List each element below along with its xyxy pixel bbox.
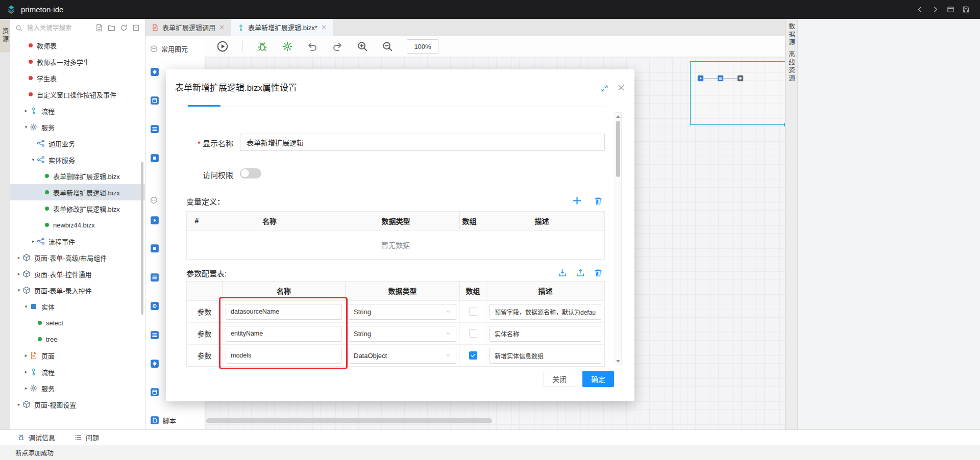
- export-params-icon[interactable]: [576, 268, 585, 277]
- param-desc-input[interactable]: [489, 326, 601, 342]
- tab-form-add-ext-logic[interactable]: 表单新增扩展逻辑.bizx*: [231, 19, 333, 36]
- chevron-right-icon[interactable]: ▸: [15, 255, 22, 260]
- dialog-scrollbar[interactable]: [615, 112, 622, 365]
- param-type-select[interactable]: String: [349, 304, 456, 320]
- tree-item-page-form-common[interactable]: ▸页面-表单-控件通用: [10, 266, 145, 282]
- tree-item-services-2[interactable]: ▸服务: [10, 380, 145, 396]
- param-desc-input[interactable]: [489, 304, 601, 320]
- tree-item-select[interactable]: select: [10, 315, 145, 331]
- refresh-icon[interactable]: [120, 24, 128, 32]
- tab-datasource[interactable]: 数据源: [786, 23, 797, 47]
- settings-run-icon[interactable]: [282, 41, 293, 52]
- tree-item-teacher-table[interactable]: 教师表: [10, 37, 145, 54]
- chevron-right-icon[interactable]: ▸: [30, 239, 37, 244]
- run-debug-icon[interactable]: [216, 40, 229, 53]
- tab-problems[interactable]: 问题: [75, 432, 99, 442]
- add-variable-icon[interactable]: [572, 196, 582, 206]
- chevron-down-icon[interactable]: ▾: [15, 288, 22, 293]
- import-params-icon[interactable]: [558, 268, 567, 277]
- delete-variable-icon[interactable]: [594, 196, 603, 206]
- close-button[interactable]: 关闭: [544, 371, 575, 387]
- close-icon[interactable]: [617, 84, 625, 92]
- confirm-button[interactable]: 确定: [582, 371, 614, 387]
- collapse-section-icon[interactable]: [150, 196, 158, 204]
- chevron-right-icon[interactable]: ▸: [22, 353, 30, 358]
- chevron-down-icon[interactable]: ▾: [30, 157, 37, 162]
- scroll-down-arrow[interactable]: [615, 358, 621, 364]
- tree-item-page-form-input[interactable]: ▾页面-表单-录入控件: [10, 282, 145, 298]
- tree-item-tree[interactable]: tree: [10, 331, 145, 347]
- param-name-input[interactable]: [226, 304, 342, 320]
- param-type-select[interactable]: DataObject: [349, 348, 456, 364]
- delete-param-icon[interactable]: [594, 268, 603, 277]
- param-desc-input[interactable]: [489, 348, 601, 364]
- tree-item-custom-window[interactable]: 自定义窗口操作按钮及事件: [10, 86, 145, 103]
- flow-end-node[interactable]: [737, 75, 744, 82]
- canvas-toolbar: 100%: [205, 36, 785, 57]
- param-name-input[interactable]: [226, 348, 342, 364]
- chevron-right-icon[interactable]: ▸: [15, 402, 22, 407]
- param-array-checkbox[interactable]: [469, 351, 477, 360]
- tree-item-entity-services[interactable]: ▾实体服务: [10, 151, 145, 168]
- resources-vertical-tab[interactable]: 资源: [0, 20, 10, 52]
- variables-table-header: # 名称 数据类型 数组 描述: [187, 212, 604, 231]
- access-toggle[interactable]: [240, 168, 261, 178]
- param-type-select[interactable]: String: [349, 326, 456, 342]
- redo-icon[interactable]: [332, 41, 343, 52]
- collapse-section-icon[interactable]: [150, 45, 158, 53]
- locate-file-icon[interactable]: [95, 24, 103, 32]
- tree-item-process[interactable]: ▸流程: [10, 103, 145, 119]
- tree-item-page-view-settings[interactable]: ▸页面-视图设置: [10, 396, 145, 413]
- tree-item-process-events[interactable]: ▸流程事件: [10, 233, 145, 249]
- tree-item-services[interactable]: ▾服务: [10, 119, 145, 135]
- chevron-right-icon[interactable]: ▸: [15, 271, 22, 276]
- flow-start-node[interactable]: [697, 75, 704, 82]
- back-icon[interactable]: [916, 6, 924, 13]
- chevron-down-icon[interactable]: ▾: [22, 304, 30, 309]
- scroll-up-arrow[interactable]: [615, 113, 621, 119]
- save-icon[interactable]: [962, 6, 970, 13]
- tree-item-bizx-delete[interactable]: 表单删除扩展逻辑.bizx: [10, 168, 145, 184]
- zoom-in-icon[interactable]: [357, 41, 368, 52]
- chevron-down-icon[interactable]: ▾: [22, 124, 30, 130]
- tree-item-page[interactable]: ▸页面: [10, 347, 145, 364]
- forward-icon[interactable]: [932, 6, 939, 13]
- chevron-right-icon[interactable]: ▸: [22, 108, 30, 113]
- undo-icon[interactable]: [307, 41, 318, 52]
- tab-form-ext-logic-call[interactable]: 表单扩展逻辑调用: [145, 19, 231, 36]
- tree-item-teacher-students[interactable]: 教师表一对多学生: [10, 54, 145, 70]
- debug-bug-icon[interactable]: [257, 41, 268, 52]
- tree-item-common-business[interactable]: 通用业务: [10, 135, 145, 151]
- folder-icon[interactable]: [108, 24, 115, 32]
- close-icon[interactable]: [321, 24, 327, 30]
- tree-item-page-form-advanced[interactable]: ▸页面-表单-高级/布局组件: [10, 249, 145, 266]
- param-array-checkbox[interactable]: [469, 308, 477, 316]
- zoom-level-select[interactable]: 100%: [407, 39, 438, 54]
- tree-item-student-table[interactable]: 学生表: [10, 70, 145, 86]
- canvas-hscrollbar[interactable]: [206, 418, 492, 423]
- param-array-checkbox[interactable]: [469, 329, 477, 338]
- window-icon[interactable]: [947, 6, 954, 13]
- canvas-selection-rect[interactable]: [690, 61, 785, 125]
- search-input[interactable]: [26, 24, 95, 32]
- close-icon[interactable]: [219, 24, 225, 30]
- chevron-right-icon[interactable]: ▸: [22, 386, 30, 391]
- scroll-thumb[interactable]: [616, 121, 620, 177]
- chevron-right-icon[interactable]: ▸: [22, 369, 30, 374]
- zoom-out-icon[interactable]: [382, 41, 393, 52]
- palette-section-common[interactable]: 常用图元: [145, 41, 205, 56]
- fullscreen-icon[interactable]: [601, 85, 608, 92]
- flow-activity-node[interactable]: [717, 75, 724, 82]
- tab-debug-info[interactable]: 调试信息: [17, 432, 55, 442]
- tab-offline-resources[interactable]: 离线资源: [786, 51, 797, 83]
- explorer-scrollbar[interactable]: [141, 162, 143, 315]
- display-name-input[interactable]: [240, 134, 605, 151]
- tree-item-entity[interactable]: ▾实体: [10, 298, 145, 315]
- param-name-input[interactable]: [226, 326, 342, 342]
- tree-item-bizx-add-selected[interactable]: 表单新增扩展逻辑.bizx: [10, 184, 145, 200]
- collapse-all-icon[interactable]: [132, 24, 140, 32]
- tree-item-bizx-modify[interactable]: 表单修改扩展逻辑.bizx: [10, 200, 145, 217]
- palette-item-script[interactable]: 脚本: [145, 413, 205, 427]
- tree-item-newbiz44[interactable]: newbiz44.bizx: [10, 217, 145, 233]
- tree-item-process-2[interactable]: ▸流程: [10, 364, 145, 380]
